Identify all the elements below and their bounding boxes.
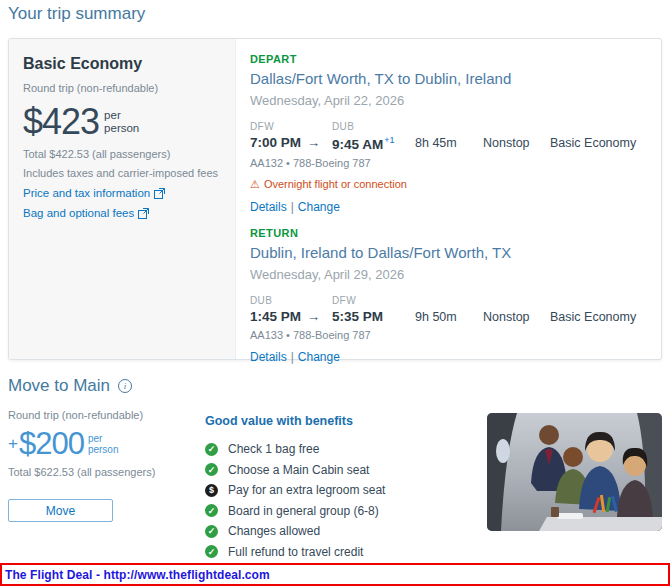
depart-route: Dallas/Fort Worth, TX to Dublin, Ireland	[250, 70, 647, 87]
return-label: RETURN	[250, 227, 647, 239]
benefit-label: Pay for an extra legroom seat	[228, 483, 385, 497]
benefit-label: Choose a Main Cabin seat	[228, 463, 369, 477]
depart-time-value: 1:45 PM	[250, 309, 301, 324]
benefit-item: ✓ Full refund to travel credit	[205, 542, 475, 563]
upsell-heading: Move to Main i	[8, 376, 662, 396]
arrow-right-icon: →	[307, 135, 320, 150]
fare-name: Basic Economy	[23, 55, 221, 73]
benefit-label: Check 1 bag free	[228, 442, 319, 456]
check-circle-icon: ✓	[205, 545, 218, 558]
benefit-label: Full refund to travel credit	[228, 545, 363, 559]
upsell-trip-type: Round trip (non-refundable)	[8, 409, 198, 421]
bag-fees-link[interactable]: Bag and optional fees	[23, 207, 221, 219]
bag-fees-link-label: Bag and optional fees	[23, 207, 134, 219]
arrive-time-value: 9:45 AM	[332, 137, 383, 152]
link-separator: |	[291, 200, 294, 214]
per-label: per	[88, 433, 102, 444]
depart-time-value: 7:00 PM	[250, 135, 301, 150]
destination-column: DFW 5:35 PM	[332, 295, 415, 324]
origin-column: DUB 1:45 PM→	[250, 295, 332, 324]
return-flight-row: DUB 1:45 PM→ DFW 5:35 PM 9h 50m Nonstop …	[250, 295, 647, 324]
check-circle-icon: ✓	[205, 443, 218, 456]
depart-label: DEPART	[250, 53, 647, 65]
fare-panel: Basic Economy Round trip (non-refundable…	[9, 39, 236, 359]
warning-icon: ⚠	[250, 178, 260, 191]
depart-time: 7:00 PM→	[250, 135, 332, 150]
depart-time: 1:45 PM→	[250, 309, 332, 324]
check-circle-icon: ✓	[205, 463, 218, 476]
benefit-label: Changes allowed	[228, 524, 320, 538]
flight-stops: Nonstop	[483, 121, 550, 152]
origin-code: DUB	[250, 295, 332, 306]
flight-cabin: Basic Economy	[550, 295, 647, 324]
depart-date: Wednesday, April 22, 2026	[250, 93, 647, 108]
upsell-title: Move to Main	[8, 376, 110, 396]
upsell-price-unit: per person	[88, 433, 119, 455]
upsell-price-block: Round trip (non-refundable) + $200 per p…	[8, 409, 198, 522]
destination-code: DFW	[332, 295, 415, 306]
upsell-price-amount: $200	[19, 428, 84, 459]
benefit-item: ✓ Changes allowed	[205, 521, 475, 542]
flight-number-aircraft: AA132 • 788-Boeing 787	[250, 157, 647, 169]
flight-duration: 8h 45m	[415, 121, 483, 152]
details-link[interactable]: Details	[250, 200, 287, 214]
arrow-right-icon: →	[307, 309, 320, 324]
destination-column: DUB 9:45 AM+1	[332, 121, 415, 152]
dollar-circle-icon: $	[205, 484, 218, 497]
fare-price-unit: per person	[104, 109, 139, 134]
person-label: person	[104, 122, 139, 134]
benefit-label: Board in general group (6-8)	[228, 504, 379, 518]
trip-summary-card: Basic Economy Round trip (non-refundable…	[8, 38, 662, 360]
return-actions: Details|Change	[250, 350, 647, 364]
info-icon[interactable]: i	[118, 379, 132, 393]
depart-flight-row: DFW 7:00 PM→ DUB 9:45 AM+1 8h 45m Nonsto…	[250, 121, 647, 152]
change-link[interactable]: Change	[298, 350, 340, 364]
check-circle-icon: ✓	[205, 525, 218, 538]
fare-includes-note: Includes taxes and carrier-imposed fees	[23, 167, 221, 179]
fare-total: Total $422.53 (all passengers)	[23, 148, 221, 160]
next-day-indicator: +1	[384, 135, 394, 145]
arrive-time: 9:45 AM+1	[332, 135, 415, 152]
fare-price: $423 per person	[23, 104, 221, 140]
flight-stops: Nonstop	[483, 295, 550, 324]
page-title: Your trip summary	[8, 4, 145, 24]
details-link[interactable]: Details	[250, 350, 287, 364]
benefit-item: $ Pay for an extra legroom seat	[205, 480, 475, 501]
depart-actions: Details|Change	[250, 200, 647, 214]
per-label: per	[104, 109, 121, 121]
fare-trip-type: Round trip (non-refundable)	[23, 82, 221, 94]
return-date: Wednesday, April 29, 2026	[250, 267, 647, 282]
depart-slice: DEPART Dallas/Fort Worth, TX to Dublin, …	[250, 53, 647, 214]
external-link-icon	[138, 208, 149, 219]
benefit-item: ✓ Board in general group (6-8)	[205, 501, 475, 522]
benefits-list: Good value with benefits ✓ Check 1 bag f…	[205, 414, 475, 562]
move-button[interactable]: Move	[8, 499, 113, 522]
flight-number-aircraft: AA133 • 788-Boeing 787	[250, 329, 647, 341]
upsell-total: Total $622.53 (all passengers)	[8, 466, 198, 478]
overnight-warning: ⚠ Overnight flight or connection	[250, 178, 647, 191]
arrive-time: 5:35 PM	[332, 309, 415, 324]
benefits-title: Good value with benefits	[205, 414, 475, 428]
flight-deal-link[interactable]: The Flight Deal - http://www.theflightde…	[2, 568, 270, 582]
flight-cabin: Basic Economy	[550, 121, 647, 152]
benefit-item: ✓ Choose a Main Cabin seat	[205, 460, 475, 481]
origin-column: DFW 7:00 PM→	[250, 121, 332, 152]
price-tax-link-label: Price and tax information	[23, 187, 150, 199]
footer-banner: The Flight Deal - http://www.theflightde…	[0, 563, 670, 586]
return-slice: RETURN Dublin, Ireland to Dallas/Fort Wo…	[250, 227, 647, 364]
cabin-photo-illustration	[487, 413, 662, 531]
plus-sign: +	[8, 434, 18, 454]
upsell-price: + $200 per person	[8, 428, 198, 459]
move-to-main-section: Move to Main i Round trip (non-refundabl…	[8, 376, 662, 396]
price-tax-link[interactable]: Price and tax information	[23, 187, 221, 199]
warning-text: Overnight flight or connection	[264, 178, 407, 190]
change-link[interactable]: Change	[298, 200, 340, 214]
person-label: person	[88, 444, 119, 455]
fare-price-amount: $423	[23, 104, 99, 140]
return-route: Dublin, Ireland to Dallas/Fort Worth, TX	[250, 244, 647, 261]
external-link-icon	[154, 188, 165, 199]
origin-code: DFW	[250, 121, 332, 132]
link-separator: |	[291, 350, 294, 364]
arrive-time-value: 5:35 PM	[332, 309, 383, 324]
check-circle-icon: ✓	[205, 504, 218, 517]
